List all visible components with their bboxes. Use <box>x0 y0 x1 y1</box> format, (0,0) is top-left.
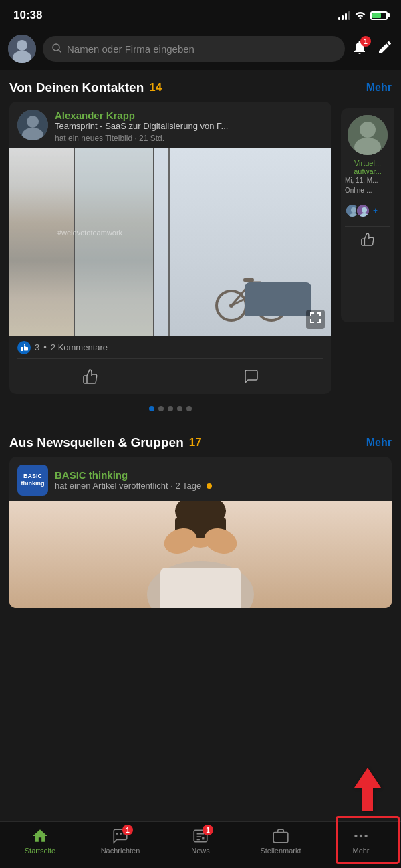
svg-rect-36 <box>160 568 241 608</box>
dot-4 <box>177 406 182 411</box>
comment-button[interactable] <box>170 363 331 390</box>
online-indicator <box>207 483 212 489</box>
post-author-name[interactable]: Alexander Krapp <box>55 110 323 121</box>
signal-icon <box>338 11 350 20</box>
svg-point-47 <box>354 835 357 837</box>
contacts-section-header: Von Deinen Kontakten 14 Mehr <box>0 70 401 102</box>
wifi-icon <box>354 10 366 21</box>
nav-startseite-label: Startseite <box>25 847 55 855</box>
post-meta: Alexander Krapp Teamsprint - SaaS zur Di… <box>55 110 323 143</box>
dots-icon <box>352 827 370 845</box>
search-bar[interactable]: Namen oder Firma eingeben <box>43 36 345 62</box>
svg-marker-50 <box>354 768 381 811</box>
nav-mehr[interactable]: Mehr <box>334 827 388 855</box>
svg-point-27 <box>362 207 367 213</box>
nachrichten-badge: 1 <box>122 825 133 835</box>
nav-news[interactable]: 1 News <box>174 827 227 855</box>
post-header: Alexander Krapp Teamsprint - SaaS zur Di… <box>9 102 331 148</box>
status-time: 10:38 <box>13 9 42 22</box>
post-author-avatar[interactable] <box>17 110 48 140</box>
svg-point-6 <box>27 116 39 128</box>
news-source-name[interactable]: BASIC thinking <box>55 469 212 481</box>
compose-button[interactable] <box>377 39 393 58</box>
svg-line-4 <box>59 50 61 52</box>
dot-1 <box>149 406 154 411</box>
expand-button[interactable] <box>306 310 325 329</box>
feed-container: Alexander Krapp Teamsprint - SaaS zur Di… <box>0 102 401 421</box>
bottom-spacer <box>0 608 401 661</box>
dot-2 <box>158 406 164 411</box>
nav-stellenmarkt-label: Stellenmarkt <box>260 847 301 855</box>
post-image[interactable]: #welovetoteamwork <box>9 148 331 336</box>
news-source-meta: BASIC thinking hat einen Artikel veröffe… <box>55 469 212 491</box>
home-icon <box>31 827 49 845</box>
briefcase-icon <box>272 827 289 845</box>
like-count: 3 <box>35 342 39 352</box>
status-bar: 10:38 <box>0 0 401 29</box>
post-card: Alexander Krapp Teamsprint - SaaS zur Di… <box>9 102 331 394</box>
app-header: Namen oder Firma eingeben 1 <box>0 29 401 70</box>
compose-icon <box>377 39 393 56</box>
svg-point-1 <box>17 40 27 51</box>
dot-5 <box>186 406 192 411</box>
news-card-header: BASIC thinking BASIC thinking hat einen … <box>9 457 392 501</box>
notification-button[interactable]: 1 <box>352 39 368 58</box>
news-source-action: hat einen Artikel veröffentlicht · 2 Tag… <box>55 481 212 491</box>
dot-separator: • <box>43 342 47 352</box>
contacts-mehr-link[interactable]: Mehr <box>366 82 392 94</box>
side-event-venue: Online-... <box>341 185 394 195</box>
feed-main: Alexander Krapp Teamsprint - SaaS zur Di… <box>0 102 341 421</box>
watermark: #welovetoteamwork <box>57 229 122 237</box>
post-time: hat ein neues Titelbild · 21 Std. <box>55 134 323 143</box>
svg-point-49 <box>364 835 367 837</box>
like-button[interactable] <box>9 363 170 390</box>
svg-rect-38 <box>120 833 122 835</box>
main-content: Von Deinen Kontakten 14 Mehr <box>0 70 401 608</box>
search-placeholder: Namen oder Firma eingeben <box>67 43 194 55</box>
search-icon <box>52 43 61 55</box>
status-icons <box>338 10 388 21</box>
notification-badge: 1 <box>360 36 371 47</box>
news-badge: 1 <box>203 825 213 835</box>
svg-rect-45 <box>273 833 288 843</box>
post-stats: 3 • 2 Kommentare <box>9 336 331 358</box>
battery-icon <box>370 11 388 20</box>
like-icon <box>17 341 31 354</box>
feed-side-card: Virtuel... aufwär... Mi, 11. M... Online… <box>341 102 394 421</box>
svg-rect-44 <box>202 837 204 839</box>
post-author-subtitle: Teamsprint - SaaS zur Digitalisierung vo… <box>55 121 323 132</box>
contacts-count: 14 <box>149 81 162 94</box>
news-mehr-link[interactable]: Mehr <box>366 437 392 449</box>
side-event-name: Virtuel... aufwär... <box>341 155 394 175</box>
svg-rect-19 <box>243 278 254 282</box>
news-article-image[interactable] <box>9 501 392 608</box>
nav-startseite[interactable]: Startseite <box>13 827 67 855</box>
contacts-title: Von Deinen Kontakten <box>9 80 144 95</box>
side-avatar <box>348 115 388 155</box>
dot-3 <box>168 406 173 411</box>
nav-mehr-label: Mehr <box>352 847 369 855</box>
nav-stellenmarkt[interactable]: Stellenmarkt <box>254 827 307 855</box>
red-arrow-indicator <box>348 761 388 815</box>
news-section-title: Aus Newsquellen & Gruppen <box>9 435 184 450</box>
side-like-button[interactable] <box>341 232 394 247</box>
user-avatar[interactable] <box>8 35 36 63</box>
news-count: 17 <box>189 436 202 449</box>
nav-news-label: News <box>191 847 210 855</box>
news-section-header: Aus Newsquellen & Gruppen 17 Mehr <box>0 425 401 457</box>
bottom-navigation: Startseite 1 Nachrichten 1 News <box>0 821 401 868</box>
pagination-dots <box>0 401 341 421</box>
post-actions <box>9 359 331 394</box>
news-card: BASIC thinking BASIC thinking hat einen … <box>9 457 392 608</box>
svg-point-21 <box>360 122 376 138</box>
news-source-logo[interactable]: BASIC thinking <box>17 465 48 496</box>
svg-point-48 <box>360 835 362 837</box>
nav-nachrichten-label: Nachrichten <box>101 847 140 855</box>
nav-nachrichten[interactable]: 1 Nachrichten <box>94 827 147 855</box>
comment-count[interactable]: 2 Kommentare <box>51 342 108 352</box>
svg-rect-37 <box>116 833 118 835</box>
side-event-date: Mi, 11. M... <box>341 175 394 185</box>
header-actions: 1 <box>352 39 393 58</box>
